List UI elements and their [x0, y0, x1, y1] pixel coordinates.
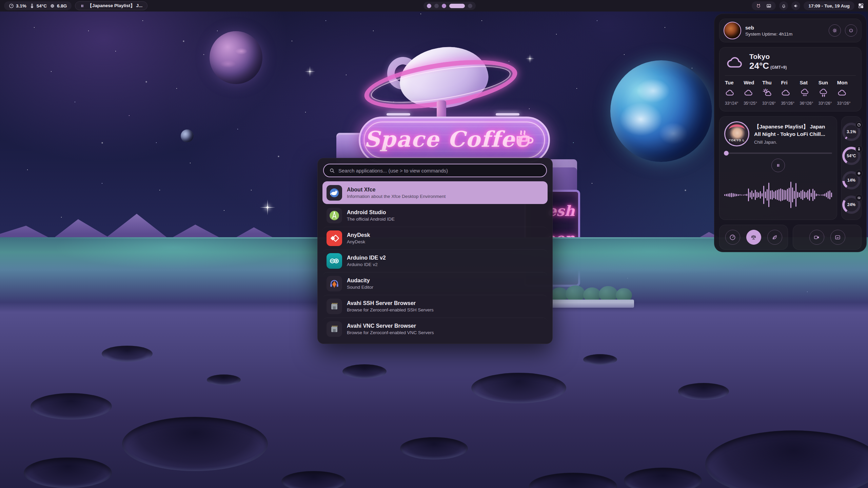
workspace-dot[interactable] [427, 4, 431, 8]
crater [400, 437, 468, 460]
forecast-day: Thu 33°/26° [762, 80, 781, 106]
system-stats-pill[interactable]: 3.1% 54°C 6.8G [4, 1, 72, 10]
cloud-icon [837, 88, 847, 97]
search-icon [329, 168, 335, 174]
settings-button[interactable] [829, 24, 841, 37]
video-camera-icon [813, 234, 820, 241]
forecast-day: Sat 36°/26° [800, 80, 818, 106]
notifications-button[interactable] [779, 1, 788, 10]
search-box[interactable] [323, 164, 547, 177]
search-input[interactable] [338, 168, 541, 174]
gauge-icon [857, 123, 861, 127]
android-studio-icon [327, 208, 342, 223]
cloud-icon [781, 88, 791, 97]
audacity-icon [327, 276, 342, 291]
workspace-dot[interactable] [442, 4, 446, 8]
system-gauges-card: 3.1% 54°C 14% 24% [841, 116, 862, 220]
app-row-avahi-ssh[interactable]: Avahi SSH Server BrowserBrowse for Zeroc… [322, 295, 548, 318]
cloud-icon [725, 54, 745, 69]
app-row-avahi-vnc[interactable]: Avahi VNC Server BrowserBrowse for Zeroc… [322, 318, 548, 340]
sign-lamp [496, 113, 519, 116]
sign-lamp [387, 113, 410, 116]
system-uptime: System Uptime: 4h11m [745, 32, 825, 37]
clock-pill[interactable]: 17:09 - Tue, 19 Aug [804, 1, 854, 10]
memory-gauge: 14% [842, 171, 861, 189]
forecast-day: Mon 33°/26° [837, 80, 856, 106]
seek-bar[interactable] [724, 152, 832, 154]
cloud-icon [744, 88, 754, 97]
capture-card [793, 225, 862, 250]
volume-button[interactable] [791, 1, 800, 10]
disk-gauge: 24% [842, 196, 861, 214]
app-row-arduino[interactable]: Arduino IDE v2Arduino IDE v2 [322, 249, 548, 272]
play-pause-button[interactable] [771, 159, 785, 172]
clock: 17:09 - Tue, 19 Aug [808, 3, 850, 8]
tray-icons-pill[interactable] [752, 1, 776, 10]
cpu-gauge: 3.1% [842, 123, 861, 141]
app-row-android-studio[interactable]: Android StudioThe official Android IDE [322, 204, 548, 227]
progress-fill [724, 152, 726, 154]
workspace-dot-active[interactable] [449, 4, 465, 8]
power-button[interactable] [845, 24, 857, 37]
cpu-usage-stat: 3.1% [9, 3, 26, 8]
screenshot-button[interactable] [830, 230, 845, 245]
cloud-icon [725, 88, 735, 97]
partly-sunny-icon [762, 88, 772, 97]
weather-temp: 24°C [749, 61, 769, 71]
chip-icon [857, 171, 861, 175]
album-art-label: TOKYO L [725, 139, 748, 142]
screen-record-button[interactable] [809, 230, 824, 245]
sparkle-star [525, 54, 535, 63]
performance-profile-button[interactable] [725, 230, 740, 245]
scales-icon [750, 234, 757, 241]
gauge-icon [729, 234, 736, 241]
wallpaper-icon[interactable] [766, 3, 772, 9]
space-coffee-sign: Space Coffee [359, 117, 550, 163]
rain-cloud-icon [800, 88, 810, 98]
bell-icon [781, 3, 786, 8]
app-row-about-xfce[interactable]: About XfceInformation about the Xfce Des… [322, 181, 548, 204]
storm-cloud-icon [818, 88, 829, 98]
temp-gauge: 54°C [842, 147, 861, 165]
leaf-icon [771, 234, 778, 241]
crater [471, 373, 566, 403]
xfce-mouse-icon [327, 185, 342, 201]
track-title: 【Japanese Playlist】 Japan All Night - To… [754, 123, 832, 138]
forecast-day: Sun 33°/26° [818, 80, 837, 106]
memory-stat: 6.8G [50, 3, 67, 8]
crater [24, 458, 112, 488]
workspace-dot[interactable] [468, 4, 472, 8]
crater [31, 393, 112, 420]
speaker-icon [793, 3, 798, 8]
album-art[interactable]: TOKYO L [724, 121, 749, 146]
earth [610, 60, 712, 162]
app-row-anydesk[interactable]: AnyDeskAnyDesk [322, 227, 548, 249]
visualizer [724, 175, 832, 215]
forecast-day: Fri 35°/26° [781, 80, 800, 106]
dashboard-grid-icon[interactable] [858, 3, 864, 9]
power-profile-card [719, 225, 788, 250]
now-playing-pill[interactable]: 【Japanese Playlist】 J... [75, 1, 147, 10]
crater [678, 383, 729, 400]
crater [102, 346, 153, 362]
weather-timezone: (GMT+9) [770, 65, 787, 70]
sparkle-star [304, 66, 315, 77]
sparkle-star [260, 200, 275, 215]
balanced-profile-button[interactable] [746, 230, 761, 245]
music-card: TOKYO L 【Japanese Playlist】 Japan All Ni… [719, 116, 837, 220]
small-moon [181, 129, 194, 142]
crater [342, 364, 387, 379]
weather-card: Tokyo 24°C(GMT+9) Tue 33°/24° Wed 35°/25… [719, 47, 862, 111]
sign-text: Space Coffee [360, 126, 533, 152]
avatar[interactable] [724, 22, 741, 39]
purple-planet [210, 31, 262, 84]
app-launcher: About XfceInformation about the Xfce Des… [317, 158, 553, 344]
app-list: About XfceInformation about the Xfce Des… [318, 181, 552, 345]
crater [122, 417, 268, 471]
divider [725, 75, 856, 76]
powersave-profile-button[interactable] [767, 230, 782, 245]
app-row-audacity[interactable]: AudacitySound Editor [322, 272, 548, 295]
cat-icon[interactable] [756, 3, 761, 8]
workspace-dot[interactable] [434, 4, 439, 8]
workspace-dots[interactable] [423, 2, 476, 10]
